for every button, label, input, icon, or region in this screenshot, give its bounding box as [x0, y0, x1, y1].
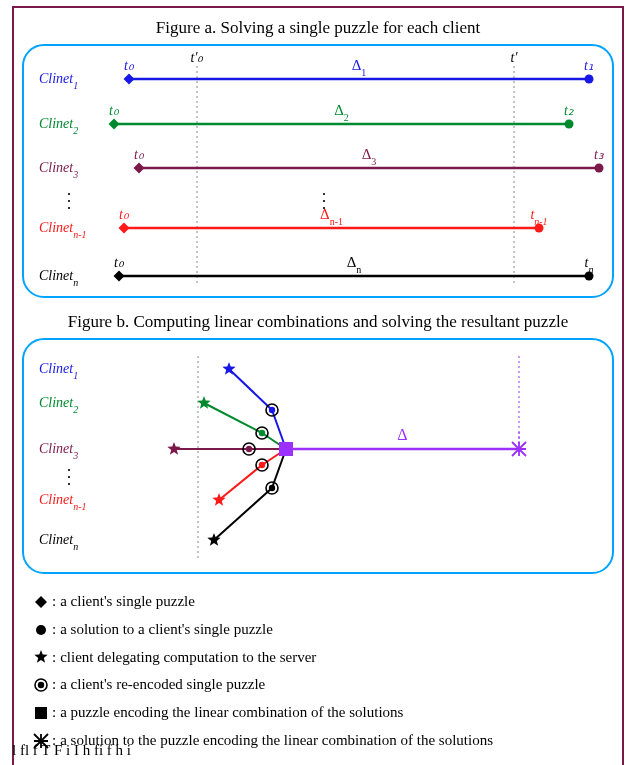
svg-point-19 [68, 193, 70, 195]
svg-text:t₁: t₁ [584, 58, 594, 73]
svg-line-38 [229, 369, 272, 410]
client-label: Clinet1 [39, 361, 78, 381]
svg-text:Δ1: Δ1 [352, 57, 367, 78]
client-label: Clinetn-1 [39, 492, 87, 512]
svg-marker-50 [167, 442, 180, 455]
legend-text: a solution to a client's single puzzle [60, 616, 273, 644]
client-label: Clinetn [39, 532, 78, 552]
legend-text: a client's single puzzle [60, 588, 195, 616]
svg-point-72 [38, 682, 44, 688]
svg-point-5 [585, 75, 594, 84]
svg-text:t₀: t₀ [114, 255, 125, 270]
svg-marker-70 [34, 650, 47, 663]
client-label: Clinet1 [39, 71, 78, 91]
client-label: Clinetn [39, 268, 78, 288]
svg-point-53 [68, 469, 70, 471]
svg-text:t₂: t₂ [564, 103, 574, 118]
svg-line-56 [219, 465, 262, 500]
legend-row: :client delegating computation to the se… [28, 644, 610, 672]
svg-text:Δ3: Δ3 [362, 146, 377, 167]
svg-line-43 [204, 403, 262, 433]
svg-point-21 [68, 207, 70, 209]
diamond-icon [28, 591, 54, 613]
svg-text:Δ: Δ [397, 426, 407, 443]
fig-a-title: Figure a. Solving a single puzzle for ea… [22, 18, 614, 38]
svg-point-42 [269, 407, 275, 413]
ring-icon [28, 674, 54, 696]
svg-text:t₀: t₀ [109, 103, 120, 118]
svg-text:tn: tn [585, 255, 594, 275]
circle-icon [28, 619, 54, 641]
svg-rect-67 [279, 442, 293, 456]
svg-rect-73 [35, 707, 47, 719]
legend-text: a puzzle encoding the linear combination… [60, 699, 403, 727]
svg-text:t₀: t₀ [124, 58, 135, 73]
svg-point-47 [259, 430, 265, 436]
svg-point-55 [68, 483, 70, 485]
svg-text:Δn-1: Δn-1 [320, 206, 343, 227]
star-icon [28, 646, 54, 668]
svg-text:t₃: t₃ [594, 147, 605, 162]
svg-text:t₀: t₀ [119, 207, 130, 222]
svg-marker-58 [212, 493, 225, 506]
fig-b-title: Figure b. Computing linear combinations … [22, 312, 614, 332]
legend-row: :a puzzle encoding the linear combinatio… [28, 699, 610, 727]
cutoff-text: l fl f T F i I h fi f h i [12, 742, 624, 759]
fig-a-panel: t′₀t′Clinet1t₀t₁Δ1Clinet2t₀t₂Δ2Clinet3t₀… [22, 44, 614, 298]
client-label: Clinet2 [39, 395, 78, 415]
svg-text:t′: t′ [511, 50, 519, 65]
svg-point-65 [269, 485, 275, 491]
svg-point-60 [259, 462, 265, 468]
client-label: Clinet3 [39, 160, 78, 180]
client-label: Clinet3 [39, 441, 78, 461]
svg-point-69 [36, 625, 46, 635]
legend-row: :a client's re-encoded single puzzle [28, 671, 610, 699]
legend-row: :a solution to a client's single puzzle [28, 616, 610, 644]
svg-point-22 [323, 193, 325, 195]
legend: :a client's single puzzle:a solution to … [28, 588, 610, 755]
svg-point-54 [68, 476, 70, 478]
svg-text:Δ2: Δ2 [334, 102, 349, 123]
svg-text:t′₀: t′₀ [191, 50, 205, 65]
legend-text: a client's re-encoded single puzzle [60, 671, 265, 699]
svg-text:t₀: t₀ [134, 147, 145, 162]
legend-text: client delegating computation to the ser… [60, 644, 316, 672]
client-label: Clinetn-1 [39, 220, 87, 240]
svg-point-10 [565, 120, 574, 129]
svg-text:Δn: Δn [347, 254, 362, 275]
fig-b-panel: Clinet1Clinet2Clinet3Clinetn-1ClinetnΔ [22, 338, 614, 574]
svg-point-52 [246, 446, 252, 452]
figure-frame: Figure a. Solving a single puzzle for ea… [12, 6, 624, 765]
client-label: Clinet2 [39, 116, 78, 136]
square-icon [28, 702, 54, 724]
svg-text:tn-1: tn-1 [530, 207, 547, 227]
svg-marker-45 [197, 396, 210, 409]
legend-row: :a client's single puzzle [28, 588, 610, 616]
svg-point-23 [323, 200, 325, 202]
svg-point-20 [68, 200, 70, 202]
svg-point-15 [595, 164, 604, 173]
